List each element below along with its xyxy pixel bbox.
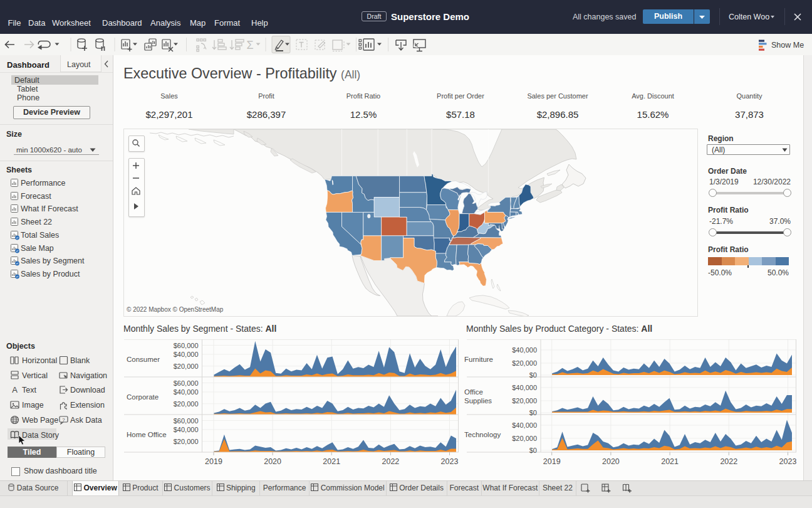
svg-text:2019: 2019 <box>205 457 222 466</box>
svg-text:$0: $0 <box>529 371 537 379</box>
svg-text:$40,000: $40,000 <box>512 384 537 391</box>
svg-text:2021: 2021 <box>323 457 340 466</box>
svg-text:2020: 2020 <box>264 457 281 466</box>
svg-text:Office: Office <box>464 388 483 396</box>
svg-text:$40,000: $40,000 <box>512 421 537 429</box>
svg-text:2021: 2021 <box>661 457 679 466</box>
svg-text:$40,000: $40,000 <box>174 351 199 358</box>
svg-text:Σ: Σ <box>246 39 253 51</box>
svg-text:Consumer: Consumer <box>127 356 160 363</box>
svg-text:$20,000: $20,000 <box>512 397 537 405</box>
svg-text:A: A <box>12 385 18 394</box>
svg-text:$20,000: $20,000 <box>174 362 199 370</box>
svg-text:Supplies: Supplies <box>464 397 492 405</box>
svg-text:$20,000: $20,000 <box>174 400 199 408</box>
svg-text:$60,000: $60,000 <box>174 342 199 349</box>
svg-text:2019: 2019 <box>543 457 561 466</box>
svg-text:$0: $0 <box>529 409 537 416</box>
svg-text:$20,000: $20,000 <box>512 435 537 442</box>
svg-text:2022: 2022 <box>720 457 737 466</box>
svg-text:$40,000: $40,000 <box>174 426 199 433</box>
svg-text:Technology: Technology <box>464 431 501 438</box>
svg-text:$60,000: $60,000 <box>174 417 199 425</box>
svg-text:$20,000: $20,000 <box>174 438 199 445</box>
svg-text:2023: 2023 <box>441 457 459 466</box>
svg-text:2020: 2020 <box>602 457 620 466</box>
svg-text:Furniture: Furniture <box>464 356 493 363</box>
svg-text:2023: 2023 <box>779 457 796 466</box>
svg-text:Corporate: Corporate <box>127 393 159 401</box>
svg-text:$0: $0 <box>529 447 537 454</box>
svg-text:Home Office: Home Office <box>127 431 167 438</box>
svg-text:$40,000: $40,000 <box>174 388 199 396</box>
svg-text:Show Me: Show Me <box>771 41 804 50</box>
svg-text:2022: 2022 <box>382 457 399 466</box>
svg-text:$20,000: $20,000 <box>512 359 537 367</box>
svg-text:?: ? <box>62 416 65 422</box>
svg-text:$40,000: $40,000 <box>512 346 537 354</box>
svg-text:$60,000: $60,000 <box>174 379 199 387</box>
